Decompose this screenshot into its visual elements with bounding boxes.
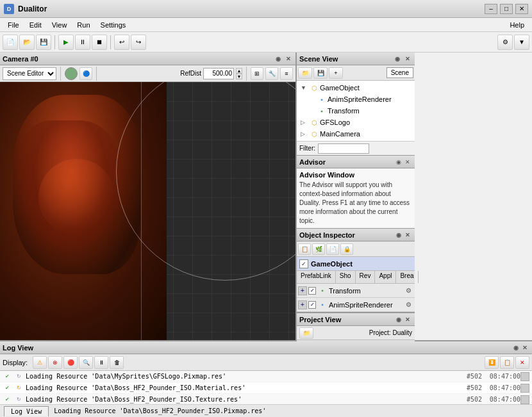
advisor-pin[interactable]: ◉	[394, 158, 403, 167]
oi-tab-appl[interactable]: Appl	[375, 271, 396, 283]
pv-close[interactable]: ✕	[403, 315, 412, 324]
comp-add-animsprite[interactable]: +	[298, 300, 307, 309]
menu-edit[interactable]: Edit	[24, 20, 47, 30]
oi-btn-3[interactable]: 📄	[326, 243, 339, 255]
toolbar-dropdown[interactable]: ▼	[514, 35, 529, 50]
oi-btn-1[interactable]: 📋	[298, 243, 311, 255]
gfslogo-icon: ⬡	[310, 118, 319, 127]
toolbar-pause[interactable]: ⏸	[75, 35, 90, 50]
pv-project-label: Project: Duality	[369, 329, 412, 336]
tree-item-animsprite[interactable]: ▷ ▪ AnimSpriteRenderer	[298, 94, 413, 105]
oi-titlebar: Object Inspector ◉ ✕	[297, 229, 415, 241]
tree-item-gameobject[interactable]: ▼ ⬡ GameObject	[298, 82, 413, 94]
tree-label-transform: Transform	[328, 107, 360, 115]
main-content: Camera #0 ◉ ✕ Scene Editor 🔵 RefDist ▲ ▼…	[0, 53, 532, 340]
log-time-2: 08:47:00	[482, 396, 520, 403]
tree-item-maincamera[interactable]: ▷ ⬡ MainCamera	[298, 128, 413, 140]
lv-btn-info[interactable]: ⚠	[33, 356, 47, 369]
oi-tab-brea[interactable]: Brea	[396, 271, 418, 283]
log-swatch-2	[520, 395, 529, 404]
oi-tab-rev[interactable]: Rev	[356, 271, 376, 283]
scene-icon-btn2[interactable]: 🔵	[79, 67, 92, 80]
toolbar-play[interactable]: ▶	[58, 35, 74, 50]
comp-gear-animsprite[interactable]: ⚙	[403, 300, 413, 310]
menu-settings[interactable]: Settings	[96, 20, 131, 30]
advisor-close[interactable]: ✕	[403, 158, 412, 167]
toolbar-open[interactable]: 📂	[19, 35, 35, 50]
filter-input[interactable]	[318, 143, 369, 154]
menu-help[interactable]: Help	[504, 20, 529, 30]
lv-btn-pause[interactable]: ⏸	[94, 356, 108, 369]
toolbar-settings[interactable]: ⚙	[497, 35, 513, 50]
sv-tab-scene[interactable]: Scene	[387, 67, 413, 78]
toolbar-undo[interactable]: ↩	[114, 35, 129, 50]
oi-btn-2[interactable]: 🌿	[312, 243, 325, 255]
tree-item-transform[interactable]: ▷ ▪ Transform	[298, 105, 413, 117]
lv-close[interactable]: ✕	[520, 343, 529, 352]
scene-view-title: Scene View	[299, 55, 393, 63]
scene-grid-btn[interactable]: ⊞	[251, 67, 263, 80]
lv-footer: Log View Loading Resource 'Data\Boss_HF2…	[0, 404, 532, 417]
comp-icon-animsprite: ▪	[318, 300, 327, 309]
tree-label-animsprite: AnimSpriteRenderer	[328, 95, 392, 103]
right-column: Scene View ◉ ✕ 📁 💾 + Scene ▼ ⬡ GameObjec…	[296, 53, 415, 340]
scene-snap-btn[interactable]: 🔧	[265, 67, 278, 80]
comp-check-animsprite[interactable]: ✓	[308, 301, 316, 309]
close-button[interactable]: ✕	[515, 4, 528, 14]
lv-pin[interactable]: ◉	[511, 343, 520, 352]
sv-btn2[interactable]: 💾	[313, 67, 328, 79]
sv-btn3[interactable]: +	[329, 67, 343, 79]
toolbar-redo[interactable]: ↪	[131, 35, 146, 50]
scene-canvas[interactable]	[0, 82, 295, 340]
scene-view-close[interactable]: ✕	[403, 54, 412, 63]
tree-expand-gameobject: ▼	[301, 85, 308, 91]
camera-pin-btn[interactable]: ◉	[274, 54, 283, 63]
lv-scroll-btn[interactable]: ⏬	[485, 356, 499, 369]
oi-btn-4[interactable]: 🔒	[340, 243, 353, 255]
scene-view-pin[interactable]: ◉	[393, 54, 402, 63]
log-num-0: #502	[456, 373, 482, 380]
lv-x-btn[interactable]: ✕	[515, 356, 529, 369]
oi-tab-sho[interactable]: Sho	[336, 271, 356, 283]
oi-close[interactable]: ✕	[403, 231, 412, 240]
refdist-input[interactable]	[203, 68, 234, 79]
menu-view[interactable]: View	[47, 20, 72, 30]
toolbar-save[interactable]: 💾	[36, 35, 51, 50]
sv-btn1[interactable]: 📁	[298, 67, 312, 79]
tree-item-gfslogo[interactable]: ▷ ⬡ GFSLogo	[298, 117, 413, 128]
scene-color-btn[interactable]	[65, 67, 78, 80]
pv-titlebar: Project View ◉ ✕	[297, 313, 415, 326]
pv-pin[interactable]: ◉	[394, 315, 403, 324]
lv-btn-clear[interactable]: 🗑	[110, 356, 124, 369]
menu-run[interactable]: Run	[72, 20, 95, 30]
toolbar-stop[interactable]: ⏹	[92, 35, 107, 50]
refdist-up[interactable]: ▲	[236, 68, 242, 74]
lv-display-label: Display:	[3, 359, 28, 366]
camera-titlebar: Camera #0 ◉ ✕	[0, 53, 295, 65]
comp-gear-transform[interactable]: ⚙	[403, 286, 413, 296]
maximize-button[interactable]: □	[500, 4, 513, 14]
titlebar: D Dualitor – □ ✕	[0, 0, 532, 18]
scene-more-btn[interactable]: ≡	[280, 67, 293, 80]
lv-copy-btn[interactable]: 📋	[500, 356, 514, 369]
menu-file[interactable]: File	[3, 20, 24, 30]
comp-add-transform[interactable]: +	[298, 286, 307, 295]
lv-btn-warn[interactable]: ⊗	[48, 356, 62, 369]
pv-title: Project View	[299, 316, 394, 323]
gameobject-checkbox[interactable]: ✓	[299, 259, 308, 268]
camera-close-btn[interactable]: ✕	[284, 54, 293, 63]
oi-pin[interactable]: ◉	[394, 231, 403, 240]
minimize-button[interactable]: –	[485, 4, 497, 14]
scene-editor-select[interactable]: Scene Editor	[3, 67, 56, 80]
lv-tab[interactable]: Log View	[4, 406, 49, 416]
lv-btn-err[interactable]: 🔴	[63, 356, 78, 369]
lv-btn-filter[interactable]: 🔍	[79, 356, 93, 369]
log-icon-2: ✔	[3, 395, 12, 404]
pv-folder-btn[interactable]: 📁	[299, 327, 313, 339]
toolbar-new[interactable]: 📄	[3, 35, 18, 50]
tree-label-maincamera: MainCamera	[320, 130, 360, 138]
oi-tab-prefablink[interactable]: PrefabLink	[297, 271, 336, 283]
scene-view-controls: ◉ ✕	[393, 54, 412, 63]
comp-check-transform[interactable]: ✓	[308, 287, 316, 295]
refdist-down[interactable]: ▼	[236, 74, 242, 79]
